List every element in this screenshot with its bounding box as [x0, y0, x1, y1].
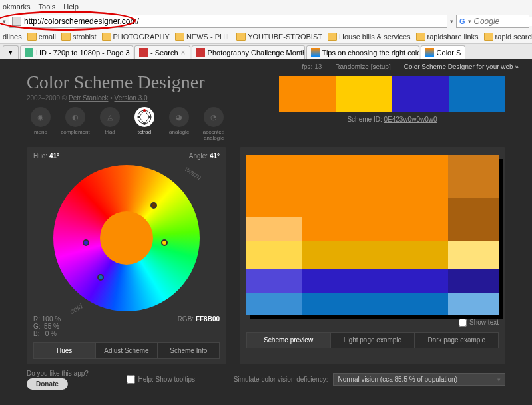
- tab-scheme-preview[interactable]: Scheme preview: [246, 332, 330, 348]
- mode-picker: ◉mono ◐complement ◬triad tetrad ◕analogi…: [27, 107, 259, 142]
- svg-point-2: [148, 116, 151, 118]
- swatch: [448, 241, 499, 269]
- bookmark-item[interactable]: rapid search: [484, 33, 532, 41]
- page-title: Color Scheme Designer: [27, 72, 259, 93]
- tetrad-icon: [136, 109, 152, 125]
- wheel-pointer[interactable]: [161, 239, 168, 246]
- tab-adjust[interactable]: Adjust Scheme: [95, 342, 157, 359]
- palette-swatch[interactable]: [336, 76, 392, 112]
- left-tabs: Hues Adjust Scheme Scheme Info: [33, 342, 220, 359]
- bottom-bar: Do you like this app? Donate Help: Show …: [0, 364, 532, 395]
- scheme-id-link[interactable]: 0E423w0w0w0w0: [384, 116, 437, 123]
- bookmark-item[interactable]: YOUTUBE-STROBIST: [236, 33, 322, 41]
- wheel-pointer[interactable]: [97, 274, 104, 281]
- address-bar: ▾ ▾ G▾: [0, 13, 532, 29]
- scheme-id: Scheme ID: 0E423w0w0w0w0: [279, 116, 505, 123]
- cold-label: cold: [68, 301, 83, 315]
- bookmark-item[interactable]: strobist: [61, 33, 96, 41]
- search-field-wrap[interactable]: G▾: [456, 15, 529, 28]
- svg-point-4: [138, 116, 140, 118]
- folder-icon: [416, 33, 425, 41]
- tab-light-example[interactable]: Light page example: [330, 332, 414, 348]
- tab-hues[interactable]: Hues: [33, 342, 95, 359]
- bookmark-item[interactable]: dlines: [3, 33, 22, 41]
- subtitle: 2002–2009 © Petr Stanicek • Version 3.0: [27, 94, 259, 102]
- tab-strip: ▾ HD - 720p to 1080p - Page 3× - Search×…: [0, 44, 532, 59]
- rgb-pct: R: 100 % G: 55 % B: 0 %: [33, 315, 61, 337]
- favicon: [25, 48, 33, 57]
- bookmark-item[interactable]: PHOTOGRAPHY: [102, 33, 170, 41]
- mode-analogic[interactable]: ◕analogic: [165, 107, 193, 142]
- help-label: Help: Show tooltips: [138, 376, 195, 383]
- donate-button[interactable]: Donate: [27, 378, 68, 390]
- palette-swatch[interactable]: [392, 76, 449, 112]
- bookmark-item[interactable]: email: [27, 33, 56, 41]
- mode-mono[interactable]: ◉mono: [27, 107, 55, 142]
- bookmark-item[interactable]: rapidshare links: [416, 33, 479, 41]
- show-text-checkbox[interactable]: [459, 319, 467, 327]
- swatch: [302, 155, 448, 241]
- search-input[interactable]: [474, 17, 532, 26]
- help-checkbox[interactable]: [127, 375, 135, 384]
- menu-bookmarks[interactable]: okmarks: [3, 3, 31, 11]
- app-body: fps: 13 Randomize [setup] Color Scheme D…: [0, 59, 532, 405]
- menu-help[interactable]: Help: [63, 3, 79, 11]
- version-link[interactable]: Version 3.0: [115, 94, 148, 102]
- menu-tools[interactable]: Tools: [39, 3, 56, 11]
- swatch: [302, 293, 448, 315]
- google-icon: G: [459, 17, 465, 25]
- scheme-preview-grid: [246, 155, 499, 315]
- close-icon[interactable]: ×: [181, 48, 186, 57]
- app-topbar: fps: 13 Randomize [setup] Color Scheme D…: [0, 61, 532, 72]
- randomize-link[interactable]: Randomize: [335, 63, 369, 70]
- wheel-panel: Hue: 41° Angle: 41° warm cold R: 100 % G…: [27, 147, 226, 364]
- palette-swatch[interactable]: [279, 76, 336, 112]
- favicon: [196, 48, 205, 57]
- right-tabs: Scheme preview Light page example Dark p…: [246, 332, 499, 348]
- browser-tab[interactable]: Color S: [421, 45, 466, 59]
- browser-tab[interactable]: HD - 720p to 1080p - Page 3×: [20, 45, 133, 59]
- browser-tab[interactable]: Photography Challenge Monthly×: [192, 45, 305, 59]
- bookmark-item[interactable]: House bills & services: [328, 33, 411, 41]
- folder-icon: [102, 33, 111, 41]
- swatch: [246, 155, 302, 241]
- show-text-toggle[interactable]: Show text: [246, 319, 499, 327]
- wheel-pointer[interactable]: [150, 202, 157, 209]
- angle-label: Angle: 41°: [189, 152, 220, 160]
- swatch: [246, 269, 302, 293]
- mode-accented-analogic[interactable]: ◔accented analogic: [200, 107, 228, 142]
- rgb-hex: RGB: FF8B00: [178, 315, 220, 337]
- folder-icon: [27, 33, 37, 41]
- palette-swatch[interactable]: [449, 76, 505, 112]
- tab-dark-example[interactable]: Dark page example: [415, 332, 499, 348]
- browser-tab[interactable]: - Search×: [134, 45, 190, 59]
- folder-icon: [328, 33, 337, 41]
- preview-panel: Show text Scheme preview Light page exam…: [240, 147, 505, 364]
- swatch: [246, 293, 302, 315]
- tab-info[interactable]: Scheme Info: [158, 342, 220, 359]
- url-dropdown-icon[interactable]: ▾: [450, 18, 453, 25]
- mode-tetrad[interactable]: tetrad: [131, 107, 158, 142]
- vision-select[interactable]: Normal vision (cca 85.5 % of population)…: [333, 373, 505, 386]
- tab-list-button[interactable]: ▾: [3, 45, 19, 59]
- mode-complement[interactable]: ◐complement: [61, 107, 89, 142]
- back-dropdown-icon[interactable]: ▾: [3, 18, 6, 25]
- mode-triad[interactable]: ◬triad: [96, 107, 124, 142]
- setup-link[interactable]: [setup]: [371, 63, 391, 70]
- author-link[interactable]: Petr Stanicek: [69, 94, 108, 102]
- favicon: [139, 48, 148, 57]
- warm-label: warm: [184, 164, 203, 181]
- tagline[interactable]: Color Scheme Designer for your web »: [404, 63, 519, 70]
- color-wheel[interactable]: warm cold: [53, 165, 200, 311]
- wheel-pointer[interactable]: [83, 239, 89, 246]
- folder-icon: [61, 33, 71, 41]
- browser-tab[interactable]: Tips on choosing the right color ...×: [306, 45, 419, 59]
- close-icon[interactable]: ×: [133, 48, 133, 57]
- folder-icon: [236, 33, 246, 41]
- svg-point-3: [143, 122, 146, 125]
- url-input[interactable]: [24, 17, 444, 26]
- bookmarks-toolbar: dlines email strobist PHOTOGRAPHY NEWS -…: [0, 29, 532, 44]
- chevron-down-icon: ▾: [497, 376, 501, 383]
- url-field-wrap[interactable]: [9, 15, 447, 28]
- bookmark-item[interactable]: NEWS - PHIL: [175, 33, 231, 41]
